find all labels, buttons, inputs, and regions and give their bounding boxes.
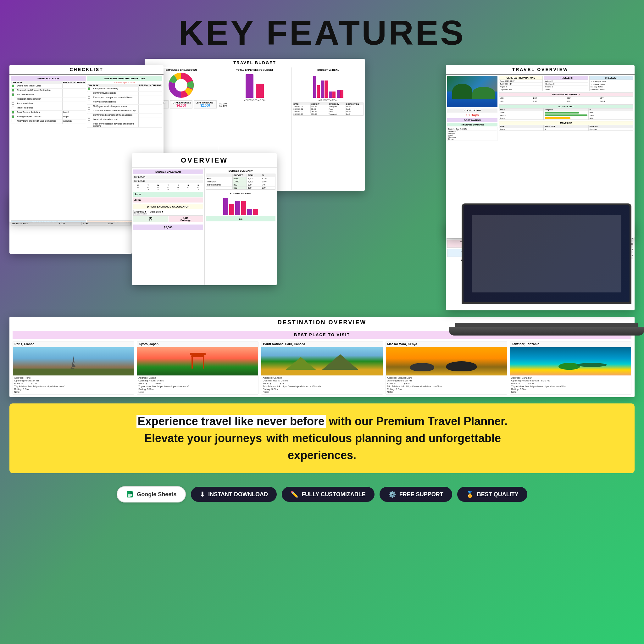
travel-overview-title: TRAVEL OVERVIEW bbox=[446, 65, 635, 75]
svg-rect-5 bbox=[72, 362, 75, 363]
description-banner: Experience travel like never before with… bbox=[9, 403, 635, 473]
quality-badge: 🏅 BEST QUALITY bbox=[457, 487, 527, 502]
sheets-preview-area: CHECKLIST WHEN YOU BOOK CHK TASK PERSON … bbox=[0, 59, 644, 317]
overview-title: OVERVIEW bbox=[132, 153, 277, 168]
google-sheets-icon bbox=[126, 491, 134, 498]
when-you-book-title: WHEN YOU BOOK bbox=[11, 76, 86, 81]
overview-sheet: OVERVIEW BUDGET CALENDAR 2024-03-15 2024… bbox=[132, 153, 277, 285]
place-card-maasai: Maasai Mara, Kenya Address: Maasai Mara … bbox=[386, 341, 507, 395]
expenses-pie-chart bbox=[169, 73, 194, 98]
instant-download-label: INSTANT DOWNLOAD bbox=[208, 491, 268, 498]
google-sheets-badge: Google Sheets bbox=[117, 486, 186, 502]
quality-icon: 🏅 bbox=[466, 491, 474, 498]
svg-rect-7 bbox=[71, 367, 76, 367]
download-icon: ⬇ bbox=[200, 491, 205, 498]
page-header: KEY FEATURES bbox=[0, 0, 644, 59]
svg-marker-6 bbox=[72, 363, 75, 367]
svg-marker-4 bbox=[73, 356, 74, 362]
place-card-zanzibar: Zanzibar, Tanzania Address: Zanzibar Ope… bbox=[510, 341, 631, 395]
destination-image bbox=[447, 76, 497, 107]
laptop-decoration bbox=[449, 203, 644, 336]
support-icon: ⚙️ bbox=[388, 491, 396, 498]
places-grid: Paris, France Address: Paris Opening Hou… bbox=[13, 341, 631, 395]
quality-label: BEST QUALITY bbox=[477, 491, 519, 498]
checklist-title: CHECKLIST bbox=[9, 65, 164, 75]
customizable-badge: ✏️ FULLY CUSTOMIZABLE bbox=[282, 487, 375, 502]
instant-download-badge: ⬇ INSTANT DOWNLOAD bbox=[191, 487, 277, 502]
edit-icon: ✏️ bbox=[291, 491, 298, 498]
bottom-badges: Google Sheets ⬇ INSTANT DOWNLOAD ✏️ FULL… bbox=[0, 481, 644, 512]
description-text: Experience travel like never before with… bbox=[31, 413, 613, 464]
banff-image bbox=[261, 347, 382, 375]
place-card-paris: Paris, France Address: Paris Opening Hou… bbox=[13, 341, 134, 395]
google-sheets-label: Google Sheets bbox=[137, 491, 176, 498]
zanzibar-image bbox=[510, 347, 631, 375]
support-label: FREE SUPPORT bbox=[399, 491, 443, 498]
kyoto-image bbox=[137, 347, 258, 375]
maasai-image bbox=[386, 347, 507, 375]
support-badge: ⚙️ FREE SUPPORT bbox=[380, 487, 452, 502]
page-title: KEY FEATURES bbox=[6, 13, 638, 53]
customizable-label: FULLY CUSTOMIZABLE bbox=[302, 491, 366, 498]
place-card-banff: Banff National Park, Canada Address: Can… bbox=[261, 341, 383, 395]
place-card-kyoto: Kyoto, Japan Address: Japan Opening Hour… bbox=[137, 341, 258, 395]
travel-budget-title: TRAVEL BUDGET bbox=[145, 59, 365, 67]
one-week-title: ONE WEEK BEFORE DEPARTURE bbox=[87, 76, 162, 81]
svg-rect-11 bbox=[127, 491, 130, 494]
paris-image bbox=[13, 347, 134, 375]
